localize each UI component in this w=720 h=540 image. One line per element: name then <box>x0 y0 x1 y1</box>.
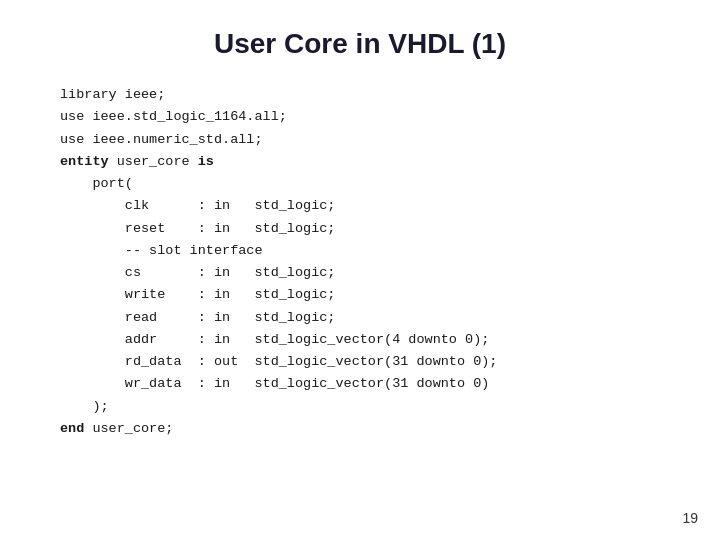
code-line-2: use ieee.std_logic_1164.all; <box>60 106 670 128</box>
code-block: library ieee; use ieee.std_logic_1164.al… <box>50 84 670 440</box>
code-line-3: use ieee.numeric_std.all; <box>60 129 670 151</box>
code-line-15: ); <box>60 396 670 418</box>
slide-container: User Core in VHDL (1) library ieee; use … <box>0 0 720 540</box>
code-line-6: clk : in std_logic; <box>60 195 670 217</box>
code-line-8: -- slot interface <box>60 240 670 262</box>
code-line-10: write : in std_logic; <box>60 284 670 306</box>
code-line-14: wr_data : in std_logic_vector(31 downto … <box>60 373 670 395</box>
code-line-13: rd_data : out std_logic_vector(31 downto… <box>60 351 670 373</box>
page-number: 19 <box>682 510 698 526</box>
code-line-11: read : in std_logic; <box>60 307 670 329</box>
code-line-7: reset : in std_logic; <box>60 218 670 240</box>
code-line-5: port( <box>60 173 670 195</box>
code-line-9: cs : in std_logic; <box>60 262 670 284</box>
code-line-16: end user_core; <box>60 418 670 440</box>
slide-title: User Core in VHDL (1) <box>50 28 670 60</box>
code-line-12: addr : in std_logic_vector(4 downto 0); <box>60 329 670 351</box>
code-line-1: library ieee; <box>60 84 670 106</box>
code-line-4: entity user_core is <box>60 151 670 173</box>
